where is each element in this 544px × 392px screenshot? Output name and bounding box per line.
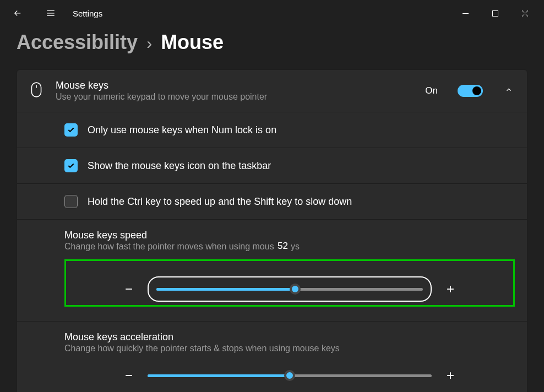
- numlock-label: Only use mouse keys when Num lock is on: [88, 124, 276, 136]
- accel-increase-button[interactable]: +: [440, 366, 460, 385]
- maximize-button[interactable]: [482, 4, 508, 22]
- accel-slider[interactable]: [148, 369, 432, 382]
- mouse-keys-desc: Use your numeric keypad to move your mou…: [56, 92, 413, 102]
- accel-section: Mouse keys acceleration Change how quick…: [17, 322, 527, 392]
- speed-increase-button[interactable]: +: [440, 279, 460, 299]
- taskbar-checkbox[interactable]: [64, 159, 78, 172]
- titlebar: Settings: [0, 0, 544, 26]
- mouse-keys-title: Mouse keys: [56, 80, 413, 91]
- taskbar-option-row[interactable]: Show the mouse keys icon on the taskbar: [17, 148, 527, 184]
- chevron-right-icon: ›: [146, 34, 152, 53]
- speed-section: Mouse keys speed Change how fast the poi…: [17, 220, 527, 322]
- taskbar-label: Show the mouse keys icon on the taskbar: [88, 160, 271, 172]
- numlock-option-row[interactable]: Only use mouse keys when Num lock is on: [17, 112, 527, 148]
- toggle-label: On: [425, 85, 438, 96]
- chevron-up-icon[interactable]: [505, 86, 513, 96]
- breadcrumb: Accessibility › Mouse: [17, 31, 527, 54]
- highlight-annotation: − +: [64, 259, 515, 307]
- speed-tooltip: 52: [274, 241, 291, 252]
- speed-slider[interactable]: [156, 283, 423, 295]
- ctrlshift-option-row[interactable]: Hold the Ctrl key to speed up and the Sh…: [17, 184, 527, 220]
- menu-button[interactable]: [40, 3, 62, 23]
- speed-desc: Change how fast the pointer moves when u…: [64, 242, 515, 252]
- speed-decrease-button[interactable]: −: [119, 279, 139, 299]
- app-title: Settings: [73, 9, 102, 18]
- mouse-keys-header[interactable]: Mouse keys Use your numeric keypad to mo…: [17, 70, 527, 112]
- mouse-icon: [29, 81, 43, 100]
- page-title: Mouse: [161, 31, 224, 54]
- svg-rect-4: [492, 10, 498, 16]
- mouse-keys-toggle[interactable]: [458, 85, 483, 97]
- numlock-checkbox[interactable]: [64, 123, 78, 137]
- ctrlshift-checkbox[interactable]: [64, 195, 78, 208]
- mouse-keys-card: Mouse keys Use your numeric keypad to mo…: [17, 69, 527, 392]
- accel-title: Mouse keys acceleration: [64, 331, 515, 343]
- close-button[interactable]: [512, 4, 537, 22]
- svg-rect-7: [31, 83, 41, 97]
- back-button[interactable]: [7, 3, 29, 23]
- speed-title: Mouse keys speed: [64, 230, 515, 241]
- accel-desc: Change how quickly the pointer starts & …: [64, 344, 515, 353]
- ctrlshift-label: Hold the Ctrl key to speed up and the Sh…: [88, 196, 352, 208]
- accel-decrease-button[interactable]: −: [119, 366, 139, 385]
- breadcrumb-parent[interactable]: Accessibility: [17, 31, 138, 54]
- minimize-button[interactable]: [453, 4, 478, 22]
